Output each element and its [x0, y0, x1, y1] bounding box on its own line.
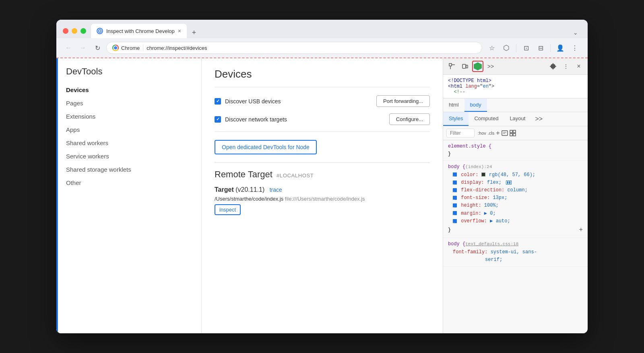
address-bar[interactable]: Chrome chrome://inspect/#devices [106, 42, 482, 54]
reload-button[interactable]: ↻ [92, 42, 103, 53]
svg-rect-10 [510, 130, 512, 133]
display-checkbox[interactable] [453, 181, 457, 185]
filter-actions: :hov .cls + [478, 129, 516, 137]
height-checkbox[interactable] [453, 203, 457, 207]
pip-icon: ⊡ [524, 44, 529, 52]
cls-button[interactable]: .cls [488, 131, 495, 135]
port-forwarding-button[interactable]: Port forwarding... [376, 95, 430, 107]
tab-computed[interactable]: Computed [469, 112, 504, 126]
nav-item-apps[interactable]: Apps [58, 123, 201, 136]
nav-item-pages[interactable]: Pages [58, 96, 201, 110]
font-size-checkbox[interactable] [453, 196, 457, 200]
styles-tabs: Styles Computed Layout >> [443, 112, 588, 126]
nav-item-service-workers[interactable]: Service workers [58, 150, 201, 163]
add-property-button[interactable]: + [579, 225, 583, 236]
tab-close-icon[interactable]: × [178, 28, 181, 34]
flex-dir-checkbox[interactable] [453, 188, 457, 192]
new-tab-button[interactable]: + [188, 27, 200, 38]
nav-item-shared-workers[interactable]: Shared workers [58, 136, 201, 150]
svg-rect-7 [502, 131, 508, 135]
remote-target-sub: #LOCALHOST [277, 172, 314, 179]
tab-layout[interactable]: Layout [504, 112, 531, 126]
usb-row: Discover USB devices Port forwarding... [215, 95, 430, 107]
forward-button[interactable]: → [77, 42, 89, 53]
divider1 [215, 131, 430, 132]
remote-target-header: Remote Target #LOCALHOST [215, 169, 430, 180]
computed-icon[interactable] [510, 130, 516, 136]
nav-item-devices[interactable]: Devices [58, 83, 201, 96]
tab-html[interactable]: html [443, 99, 464, 112]
node-devtools-button[interactable]: Open dedicated DevTools for Node [215, 140, 317, 154]
sidebar-button[interactable]: ⊟ [534, 41, 547, 54]
style-editor-icon[interactable] [502, 130, 508, 136]
chrome-icon [112, 45, 119, 51]
title-bar: Inspect with Chrome Develop × + ⌄ [56, 20, 588, 38]
styles-filter-input[interactable] [446, 129, 475, 138]
network-checkbox-label[interactable]: Discover network targets [215, 116, 287, 123]
tab-more[interactable]: >> [531, 112, 547, 126]
overflow-checkbox[interactable] [453, 219, 457, 223]
pip-button[interactable]: ⊡ [520, 41, 533, 54]
minimize-button[interactable] [72, 28, 77, 34]
divider2 [215, 162, 430, 163]
svg-rect-11 [513, 130, 516, 133]
url-text: chrome://inspect/#devices [147, 45, 476, 51]
devtools-tabs: html body [443, 99, 588, 112]
devices-panel: Devices Discover USB devices Port forwar… [201, 58, 443, 333]
separator [516, 44, 516, 52]
usb-checkbox-label[interactable]: Discover USB devices [215, 98, 281, 105]
nav-item-other[interactable]: Other [58, 176, 201, 189]
tabs-area: Inspect with Chrome Develop × + ⌄ [91, 24, 581, 38]
section-title: Devices [215, 68, 430, 87]
left-nav: DevTools Devices Pages Extensions Apps S… [58, 58, 201, 333]
color-swatch [481, 172, 485, 176]
margin-checkbox[interactable] [453, 211, 457, 215]
target-file-url: file:///Users/stmarthe/code/index.js [285, 196, 365, 202]
element-picker-button[interactable] [446, 61, 458, 72]
devtools-title: DevTools [58, 66, 201, 83]
usb-checkbox[interactable] [215, 98, 221, 105]
close-button[interactable] [63, 28, 68, 34]
separator2 [550, 44, 551, 52]
avatar-button[interactable]: 👤 [554, 41, 567, 54]
devtools-styles: element.style { } body { (index):24 colo… [443, 140, 588, 333]
body-rule: body { (index):24 color: rgb(48, 57, 66)… [443, 161, 588, 238]
comment-line: <!-- [448, 89, 583, 95]
close-icon: × [577, 63, 580, 70]
traffic-lights [63, 28, 86, 34]
toolbar-actions: ☆ ⬡ ⊡ ⊟ 👤 ⋮ [485, 41, 581, 54]
tab-dropdown-button[interactable]: ⌄ [570, 27, 581, 38]
network-checkbox[interactable] [215, 116, 221, 123]
back-button[interactable]: ← [63, 42, 74, 53]
sidebar-icon: ⊟ [538, 44, 543, 52]
tab-styles[interactable]: Styles [443, 112, 469, 126]
inspect-button[interactable]: inspect [215, 204, 241, 215]
more-tools-button[interactable]: >> [485, 61, 496, 72]
hov-button[interactable]: :hov [478, 131, 486, 135]
extension-button[interactable]: ⬡ [500, 41, 513, 54]
maximize-button[interactable] [80, 28, 86, 34]
bookmark-button[interactable]: ☆ [485, 41, 498, 54]
device-toggle-button[interactable] [459, 61, 471, 72]
browser-window: Inspect with Chrome Develop × + ⌄ ← → ↻ … [56, 20, 588, 333]
element-style-rule: element.style { } [443, 140, 588, 161]
body-defaults-rule: body { text_defaults.css:18 font-family:… [443, 238, 588, 267]
3d-view-button[interactable] [472, 61, 483, 72]
settings-button[interactable] [547, 61, 559, 72]
target-name: Target (v20.11.1) [215, 186, 266, 193]
more-options-button[interactable]: ⋮ [560, 61, 572, 72]
html-tag-line: <html lang="en"> [448, 84, 583, 89]
configure-button[interactable]: Configure... [389, 113, 430, 125]
menu-button[interactable]: ⋮ [568, 41, 581, 54]
trace-link[interactable]: trace [270, 187, 282, 193]
nav-item-shared-storage[interactable]: Shared storage worklets [58, 163, 201, 176]
devtools-toolbar: >> ⋮ × [443, 58, 588, 75]
target-info: Target (v20.11.1) trace [215, 186, 430, 193]
active-tab[interactable]: Inspect with Chrome Develop × [91, 24, 187, 38]
tab-body[interactable]: body [464, 99, 487, 112]
nav-item-extensions[interactable]: Extensions [58, 110, 201, 123]
chevron-right-icon: >> [487, 63, 494, 70]
color-checkbox[interactable] [453, 172, 457, 176]
close-devtools-button[interactable]: × [573, 61, 584, 72]
add-style-button[interactable]: + [496, 129, 500, 137]
